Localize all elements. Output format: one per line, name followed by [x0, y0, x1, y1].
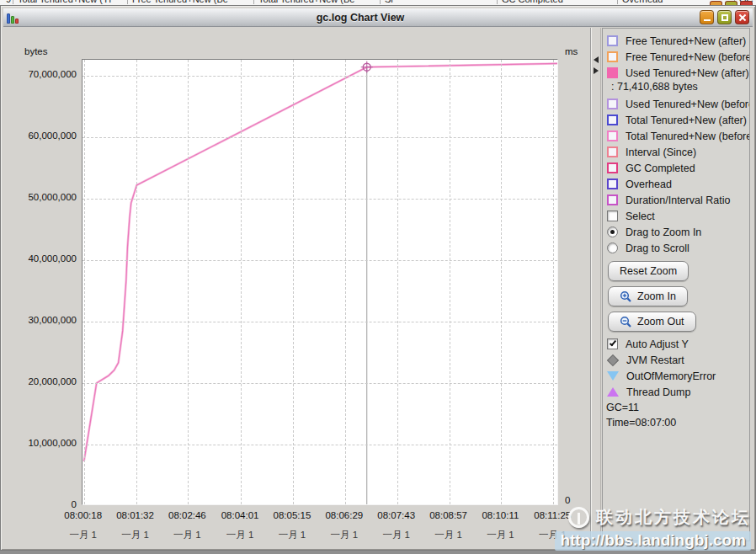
- triangle-up-icon: [607, 387, 619, 397]
- series-line: [84, 63, 558, 461]
- legend-item-interval[interactable]: Interval (Since): [603, 144, 749, 160]
- titlebar[interactable]: gc.log Chart View: [3, 8, 753, 27]
- status-gc-count: GC=11: [603, 400, 749, 415]
- legend-item-duration-ratio[interactable]: Duration/Interval Ratio: [603, 192, 749, 208]
- triangle-down-icon: [607, 371, 619, 381]
- gridline-vertical: [293, 60, 294, 504]
- series-checkbox[interactable]: [607, 162, 618, 173]
- legend-label: Used Tenured+New (after): [626, 67, 749, 79]
- gridline-horizontal: [83, 76, 557, 77]
- series-checkbox[interactable]: [607, 194, 618, 205]
- status-time: Time=08:07:00: [603, 415, 749, 430]
- collapse-right-icon[interactable]: [594, 67, 599, 74]
- legend-label: Free Tenured+New (before): [626, 51, 749, 63]
- radio-drag-zoom-in[interactable]: Drag to Zoom In: [603, 224, 749, 240]
- bg-column-header: Total Tenured+New (Yf: [13, 0, 111, 4]
- select-label: Select: [626, 210, 655, 222]
- reset-zoom-button[interactable]: Reset Zoom: [608, 261, 689, 281]
- series-checkbox[interactable]: [607, 99, 618, 109]
- select-checkbox-row[interactable]: Select: [603, 208, 749, 224]
- app-window: gc.log Chart View bytes ms 0 010,000,000…: [0, 5, 756, 551]
- bg-column-header: Total Tenured+New (Be: [253, 0, 354, 4]
- gridline-horizontal: [83, 445, 557, 445]
- minimize-button[interactable]: [700, 10, 714, 24]
- reset-zoom-label: Reset Zoom: [620, 265, 677, 277]
- marker-thread-dump: Thread Dump: [603, 384, 749, 400]
- series-checkbox[interactable]: [607, 131, 618, 141]
- marker-jvm-restart: JVM Restart: [603, 352, 749, 368]
- window-title: gc.log Chart View: [21, 12, 700, 24]
- legend-label: Total Tenured+New (after): [626, 115, 747, 126]
- gridline-vertical: [345, 60, 346, 504]
- gridline-vertical: [241, 60, 242, 504]
- ms-axis-zero-label: 0: [565, 495, 570, 505]
- series-checkbox[interactable]: [607, 67, 618, 78]
- y-tick-label: 40,000,000: [4, 253, 77, 264]
- legend-item-used-before[interactable]: Used Tenured+New (before): [603, 96, 749, 112]
- legend-label: GC Completed: [626, 162, 695, 174]
- y-tick-label: 30,000,000: [4, 315, 77, 325]
- radio-icon[interactable]: [607, 226, 618, 237]
- legend-label: Interval (Since): [626, 146, 696, 158]
- maximize-button[interactable]: [717, 10, 732, 24]
- gridline-horizontal: [83, 260, 557, 261]
- y-tick-label: 0: [4, 499, 77, 509]
- gridline-horizontal: [83, 383, 557, 384]
- bg-column-header: GC Completed: [497, 0, 563, 4]
- radio-icon[interactable]: [607, 242, 618, 253]
- legend-item-gc-completed[interactable]: GC Completed: [603, 160, 749, 176]
- check-icon: [610, 339, 616, 347]
- legend-label: Overhead: [626, 178, 672, 190]
- series-checkbox[interactable]: [607, 35, 618, 46]
- plot-area[interactable]: [82, 59, 558, 505]
- legend-label: Used Tenured+New (before): [626, 99, 749, 110]
- zoom-in-button[interactable]: Zoom In: [608, 286, 688, 306]
- minimize-icon: [704, 19, 711, 21]
- x-tick-time-label: 08:02:46: [157, 510, 217, 520]
- legend-label: Duration/Interval Ratio: [626, 194, 730, 206]
- zoom-out-icon: [620, 316, 632, 328]
- radio-drag-scroll[interactable]: Drag to Scroll: [603, 240, 749, 256]
- chart-panel[interactable]: bytes ms 0 010,000,00020,000,00030,000,0…: [4, 28, 591, 546]
- gridline-vertical: [136, 60, 137, 504]
- select-checkbox[interactable]: [607, 210, 618, 221]
- auto-adjust-y-row[interactable]: Auto Adjust Y: [603, 336, 749, 352]
- bg-column-header: Overhead: [617, 0, 663, 4]
- series-checkbox[interactable]: [607, 146, 618, 157]
- marker-out-of-memory: OutOfMemoryError: [603, 368, 749, 384]
- legend-selected-value: : 71,410,688 bytes: [603, 81, 749, 96]
- close-button[interactable]: [735, 10, 749, 24]
- y-tick-label: 60,000,000: [4, 131, 77, 141]
- legend-item-used-after[interactable]: Used Tenured+New (after): [603, 65, 749, 81]
- gridline-vertical: [553, 60, 554, 504]
- y-axis-unit-label: bytes: [24, 46, 48, 56]
- legend-item-free-before[interactable]: Free Tenured+New (before): [603, 49, 749, 65]
- series-line-halo: [84, 63, 558, 461]
- window-content: bytes ms 0 010,000,00020,000,00030,000,0…: [4, 28, 752, 546]
- legend-item-overhead[interactable]: Overhead: [603, 176, 749, 192]
- watermark: 联动北方技术论坛 http://bbs.landingbj.com: [555, 506, 751, 551]
- auto-adjust-checkbox[interactable]: [607, 338, 618, 349]
- legend-item-total-before[interactable]: Total Tenured+New (before): [603, 128, 749, 144]
- watermark-url: http://bbs.landingbj.com: [555, 531, 751, 551]
- icon-bar-green: [11, 16, 14, 24]
- series-checkbox[interactable]: [607, 115, 618, 125]
- zoom-out-button[interactable]: Zoom Out: [608, 312, 696, 332]
- x-tick-date-label: 一月 1: [157, 529, 217, 541]
- gridline-horizontal: [83, 199, 557, 200]
- bg-column-header: Si: [380, 0, 393, 4]
- collapse-left-icon[interactable]: [594, 56, 599, 63]
- marker-label: Thread Dump: [626, 386, 690, 398]
- series-checkbox[interactable]: [607, 51, 618, 62]
- series-checkbox[interactable]: [607, 178, 618, 189]
- gridline-horizontal: [83, 137, 557, 138]
- legend-item-total-after[interactable]: Total Tenured+New (after): [603, 112, 749, 128]
- gridline-vertical: [188, 60, 189, 504]
- diamond-icon: [607, 354, 619, 365]
- control-panel: Free Tenured+New (after) Free Tenured+Ne…: [602, 28, 750, 541]
- legend-item-free-after[interactable]: Free Tenured+New (after): [603, 33, 749, 49]
- gridline-horizontal: [83, 322, 557, 322]
- y-tick-label: 10,000,000: [4, 438, 77, 448]
- forum-logo-icon: [568, 507, 589, 528]
- splitpane-divider[interactable]: [591, 28, 601, 546]
